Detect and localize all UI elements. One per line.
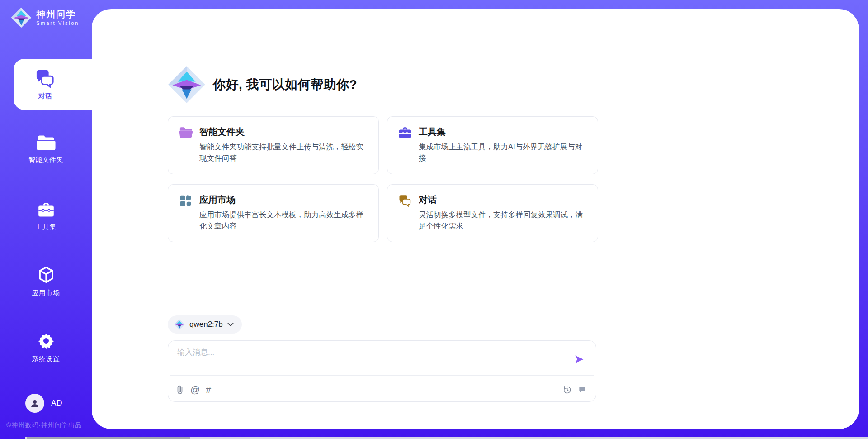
card-smart-folder[interactable]: 智能文件夹 智能文件夹功能支持批量文件上传与清洗，轻松实现文件问答	[168, 116, 379, 174]
greeting-title: 你好, 我可以如何帮助你?	[213, 76, 357, 93]
copyright-text: ©神州数码·神州问学出品	[6, 421, 82, 429]
horizontal-scrollbar[interactable]	[25, 437, 868, 439]
message-input[interactable]	[177, 347, 566, 373]
card-title: 对话	[419, 194, 437, 206]
chat-bubbles-icon	[398, 194, 412, 207]
scrollbar-thumb[interactable]	[27, 437, 190, 439]
sidebar-item-label: 对话	[38, 92, 52, 100]
card-title: 工具集	[419, 126, 446, 138]
model-diamond-icon	[174, 319, 185, 330]
card-app-market[interactable]: 应用市场 应用市场提供丰富长文本模板，助力高效生成多样化文章内容	[168, 184, 379, 242]
user-initials: AD	[51, 399, 63, 408]
folder-icon	[37, 134, 56, 151]
main-content: 你好, 我可以如何帮助你? 智能文件夹 智能文件夹功能支持批量文件上传与清洗，轻…	[168, 0, 598, 439]
mention-icon[interactable]: @	[190, 384, 200, 395]
card-title: 应用市场	[199, 194, 236, 206]
folder-icon	[179, 126, 193, 138]
briefcase-icon	[37, 201, 55, 218]
brand-tagline: Smart Vision	[36, 20, 79, 26]
brand-logo: 神州问学 Smart Vision	[11, 7, 79, 28]
sidebar-item-toolset[interactable]: 工具集	[0, 195, 92, 238]
hero-diamond-icon	[168, 65, 206, 105]
model-selector[interactable]: qwen2:7b	[168, 315, 242, 334]
history-icon[interactable]	[562, 385, 572, 395]
avatar	[25, 394, 44, 413]
card-description: 集成市场上主流工具，助力AI与外界无缝扩展与对接	[419, 141, 588, 164]
user-profile[interactable]: AD	[25, 394, 63, 413]
sidebar-item-label: 系统设置	[32, 355, 60, 363]
attachment-icon[interactable]	[175, 385, 184, 395]
card-description: 智能文件夹功能支持批量文件上传与清洗，轻松实现文件问答	[199, 141, 368, 164]
chat-bubbles-icon	[35, 69, 56, 88]
app-window: 神州问学 Smart Vision 对话	[0, 0, 868, 439]
hashtag-icon[interactable]: #	[206, 384, 211, 395]
card-title: 智能文件夹	[199, 126, 245, 138]
card-description: 灵活切换多模型文件，支持多样回复效果调试，满足个性化需求	[419, 209, 588, 232]
message-composer: @ #	[168, 340, 596, 402]
cube-icon	[37, 266, 55, 284]
model-name: qwen2:7b	[189, 320, 223, 329]
briefcase-icon	[398, 126, 412, 139]
card-chat[interactable]: 对话 灵活切换多模型文件，支持多样回复效果调试，满足个性化需求	[387, 184, 598, 242]
composer-divider	[170, 375, 594, 376]
sidebar-item-app-market[interactable]: 应用市场	[0, 260, 92, 303]
sidebar-item-smart-folder[interactable]: 智能文件夹	[0, 128, 92, 171]
brand-name: 神州问学	[36, 9, 79, 19]
chat-toggle-icon[interactable]	[578, 385, 587, 394]
sidebar: 神州问学 Smart Vision 对话	[0, 0, 92, 439]
sidebar-item-chat[interactable]: 对话	[14, 59, 93, 110]
send-icon[interactable]	[573, 353, 585, 365]
card-toolset[interactable]: 工具集 集成市场上主流工具，助力AI与外界无缝扩展与对接	[387, 116, 598, 174]
sidebar-item-label: 工具集	[35, 223, 57, 231]
apps-grid-icon	[179, 194, 192, 207]
gear-icon	[37, 332, 55, 350]
sidebar-item-label: 应用市场	[32, 289, 60, 297]
card-description: 应用市场提供丰富长文本模板，助力高效生成多样化文章内容	[199, 209, 368, 232]
brand-diamond-icon	[11, 7, 32, 28]
sidebar-item-settings[interactable]: 系统设置	[0, 326, 92, 369]
chevron-down-icon	[227, 323, 234, 327]
feature-cards: 智能文件夹 智能文件夹功能支持批量文件上传与清洗，轻松实现文件问答 工具集 集成…	[168, 116, 598, 242]
greeting-block: 你好, 我可以如何帮助你?	[168, 65, 357, 105]
sidebar-item-label: 智能文件夹	[28, 156, 64, 164]
